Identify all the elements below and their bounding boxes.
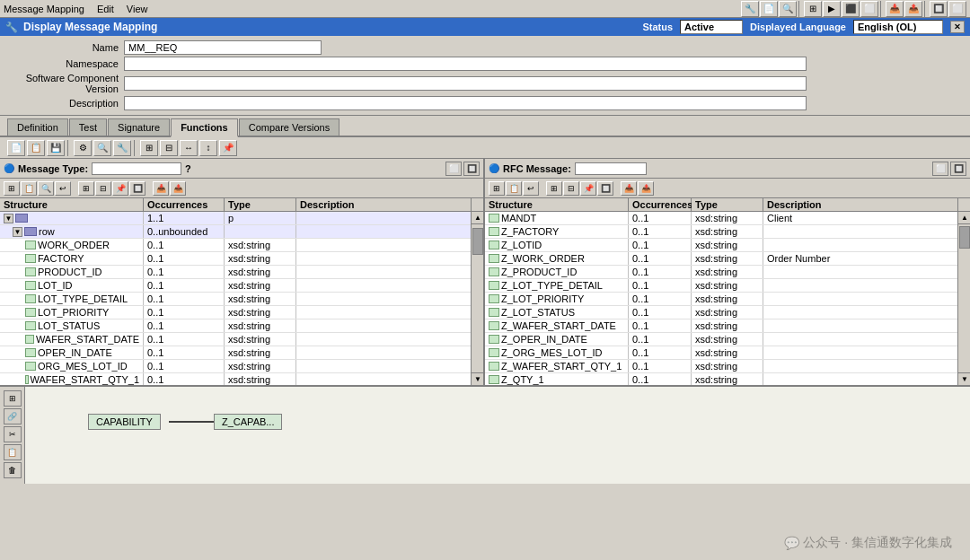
rpt-btn-2[interactable]: 📋 (506, 181, 522, 196)
table-row[interactable]: LOT_TYPE_DETAIL 0..1 xsd:string (0, 293, 471, 306)
toolbar-btn-5[interactable]: ▶ (823, 1, 841, 17)
field-icon (489, 308, 499, 317)
table-row[interactable]: Z_OPER_IN_DATE 0..1 xsd:string (485, 333, 957, 346)
menubar-item-message-mapping[interactable]: Message Mapping (4, 4, 84, 14)
sub-btn-7[interactable]: ⊞ (140, 140, 158, 156)
table-row[interactable]: Z_ORG_MES_LOT_ID 0..1 xsd:string (485, 346, 957, 360)
left-collapse-btn[interactable]: 🔲 (463, 162, 480, 176)
table-row[interactable]: FACTORY 0..1 xsd:string (0, 252, 471, 266)
toolbar-btn-10[interactable]: 🔲 (930, 1, 948, 17)
lpt-btn-10[interactable]: 📤 (170, 181, 186, 196)
rpt-btn-4[interactable]: ⊞ (546, 181, 562, 196)
tab-functions[interactable]: Functions (171, 118, 238, 137)
table-row[interactable]: LOT_ID 0..1 xsd:string (0, 279, 471, 293)
rpt-btn-7[interactable]: 🔲 (597, 181, 613, 196)
sub-btn-11[interactable]: 📌 (219, 140, 237, 156)
tree-expand-icon[interactable]: ▼ (4, 214, 13, 223)
table-row[interactable]: Z_WAFER_START_QTY_1 0..1 xsd:string (485, 360, 957, 373)
right-panel-title: 🔵 RFC Message: (489, 162, 647, 175)
right-collapse-btn[interactable]: 🔲 (950, 162, 966, 176)
table-row[interactable]: Z_WAFER_START_DATE 0..1 xsd:string (485, 319, 957, 333)
bottom-tool-5[interactable]: 🗑 (4, 462, 22, 478)
rpt-btn-3[interactable]: ↩ (523, 181, 539, 196)
field-label-name: Name (7, 42, 124, 53)
rfc-msg-icon: 🔵 (489, 163, 499, 173)
sub-btn-3[interactable]: 💾 (47, 140, 65, 156)
lpt-btn-2[interactable]: 📋 (21, 181, 37, 196)
table-row[interactable]: Z_LOT_PRIORITY 0..1 xsd:string (485, 293, 957, 306)
rpt-btn-5[interactable]: ⊟ (563, 181, 579, 196)
table-row[interactable]: WAFER_START_QTY_1 0..1 xsd:string (0, 373, 471, 385)
sub-btn-1[interactable]: 📄 (7, 140, 25, 156)
bottom-tool-3[interactable]: ✂ (4, 426, 22, 442)
left-scroll-down[interactable]: ▼ (472, 372, 483, 385)
field-value-name: MM__REQ (124, 40, 322, 55)
table-row[interactable]: Z_LOTID 0..1 xsd:string (485, 239, 957, 252)
table-row[interactable]: Z_LOT_TYPE_DETAIL 0..1 xsd:string (485, 279, 957, 293)
table-row[interactable]: Z_PRODUCT_ID 0..1 xsd:string (485, 266, 957, 279)
lpt-btn-6[interactable]: ⊟ (95, 181, 111, 196)
table-row[interactable]: WORK_ORDER 0..1 xsd:string (0, 239, 471, 252)
lpt-btn-5[interactable]: ⊞ (78, 181, 94, 196)
left-scroll-up[interactable]: ▲ (472, 212, 483, 224)
lpt-btn-9[interactable]: 📥 (153, 181, 169, 196)
table-row[interactable]: Z_QTY_1 0..1 xsd:string (485, 373, 957, 385)
toolbar-btn-11[interactable]: ⬜ (948, 1, 966, 17)
bottom-tool-1[interactable]: ⊞ (4, 390, 22, 407)
table-row[interactable]: Z_WORK_ORDER 0..1 xsd:string Order Numbe… (485, 252, 957, 266)
tab-definition[interactable]: Definition (7, 118, 68, 136)
bottom-tool-4[interactable]: 📋 (4, 444, 22, 460)
rpt-btn-6[interactable]: 📌 (580, 181, 596, 196)
sub-btn-10[interactable]: ↕ (199, 140, 217, 156)
menubar-item-view[interactable]: View (127, 4, 148, 14)
sub-btn-6[interactable]: 🔧 (113, 140, 131, 156)
table-row[interactable]: ▼ 1..1 p (0, 212, 471, 225)
header-close-btn[interactable]: ✕ (950, 21, 965, 33)
tab-test[interactable]: Test (69, 118, 107, 136)
lpt-btn-7[interactable]: 📌 (112, 181, 128, 196)
lpt-btn-8[interactable]: 🔲 (129, 181, 146, 196)
table-row[interactable]: ▼ row 0..unbounded (0, 225, 471, 239)
table-row[interactable]: PRODUCT_ID 0..1 xsd:string (0, 266, 471, 279)
right-scroll-up[interactable]: ▲ (958, 212, 970, 224)
sub-btn-8[interactable]: ⊟ (160, 140, 178, 156)
rpt-btn-1[interactable]: ⊞ (489, 181, 505, 196)
toolbar-btn-7[interactable]: ⬜ (860, 1, 878, 17)
right-scroll-down[interactable]: ▼ (958, 372, 970, 385)
table-row[interactable]: Z_LOT_STATUS 0..1 xsd:string (485, 306, 957, 319)
sub-btn-5[interactable]: 🔍 (93, 140, 111, 156)
toolbar-btn-6[interactable]: ⬛ (842, 1, 860, 17)
bottom-tool-2[interactable]: 🔗 (4, 408, 22, 424)
lpt-btn-3[interactable]: 🔍 (38, 181, 54, 196)
sub-btn-9[interactable]: ↔ (180, 140, 198, 156)
toolbar-btn-9[interactable]: 📤 (904, 1, 922, 17)
table-row[interactable]: MANDT 0..1 xsd:string Client (485, 212, 957, 225)
mapping-source-node[interactable]: CAPABILITY (88, 414, 161, 430)
tab-signature[interactable]: Signature (108, 118, 170, 136)
tab-compare-versions[interactable]: Compare Versions (239, 118, 340, 136)
tree-expand-icon[interactable]: ▼ (13, 227, 22, 237)
mapping-target-node[interactable]: Z_CAPAB... (214, 414, 282, 430)
rpt-btn-9[interactable]: 📤 (638, 181, 654, 196)
table-row[interactable]: WAFER_START_DATE 0..1 xsd:string (0, 333, 471, 346)
toolbar-btn-3[interactable]: 🔍 (779, 1, 797, 17)
table-row[interactable]: LOT_STATUS 0..1 xsd:string (0, 319, 471, 333)
table-row[interactable]: LOT_PRIORITY 0..1 xsd:string (0, 306, 471, 319)
sub-btn-4[interactable]: ⚙ (74, 140, 92, 156)
field-icon (489, 214, 499, 223)
toolbar-btn-8[interactable]: 📥 (886, 1, 904, 17)
table-row[interactable]: Z_FACTORY 0..1 xsd:string (485, 225, 957, 239)
menubar-item-edit[interactable]: Edit (97, 4, 114, 14)
table-row[interactable]: OPER_IN_DATE 0..1 xsd:string (0, 346, 471, 360)
lpt-btn-1[interactable]: ⊞ (4, 181, 20, 196)
right-expand-btn[interactable]: ⬜ (932, 162, 948, 176)
lpt-btn-4[interactable]: ↩ (55, 181, 71, 196)
table-row[interactable]: ORG_MES_LOT_ID 0..1 xsd:string (0, 360, 471, 373)
toolbar-btn-4[interactable]: ⊞ (804, 1, 822, 17)
rpt-btn-8[interactable]: 📥 (621, 181, 637, 196)
toolbar-btn-2[interactable]: 📄 (760, 1, 778, 17)
left-col-structure: Structure (0, 198, 144, 211)
toolbar-btn-1[interactable]: 🔧 (741, 1, 759, 17)
left-expand-btn[interactable]: ⬜ (445, 162, 462, 176)
sub-btn-2[interactable]: 📋 (27, 140, 45, 156)
